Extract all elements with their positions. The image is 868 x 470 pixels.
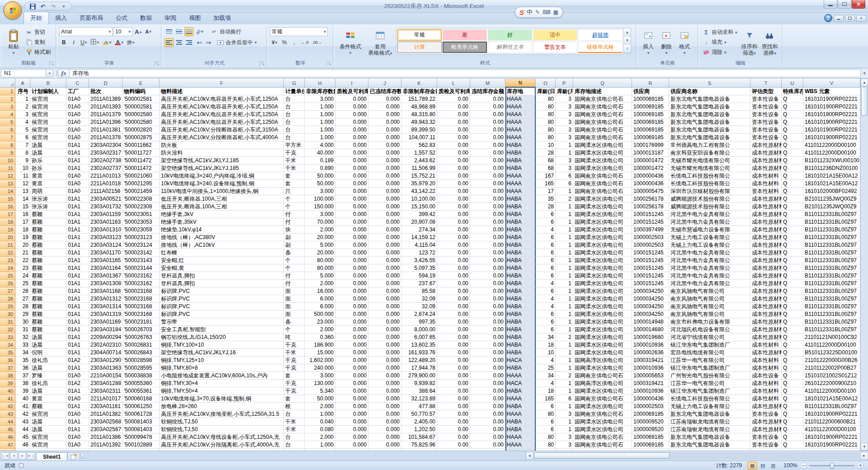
cell-T31[interactable]: 成本性原材料 <box>750 318 782 326</box>
cell-D45[interactable]: 2303A02567 <box>89 426 123 433</box>
cell-H15[interactable]: 100.000 <box>305 195 335 203</box>
cell-H8[interactable]: 4.000 <box>305 141 335 149</box>
cell-O36[interactable]: 4 <box>536 357 556 364</box>
cell-M12[interactable]: 0.00 <box>470 172 505 180</box>
cell-E47[interactable]: '500102889 <box>123 441 160 449</box>
cell-L42[interactable]: 0.00 <box>437 403 470 410</box>
cell-V6[interactable]: 1610101900RP02221 <box>803 126 860 134</box>
page-break-view-button[interactable]: ▥ <box>768 462 778 470</box>
cell-Q26[interactable]: 国网溧水区供电公司 <box>573 280 632 287</box>
cell-R13[interactable]: 1000000436 <box>632 180 669 188</box>
cell-S4[interactable]: 新东北电气集团电器设备 <box>669 111 750 118</box>
cell-T42[interactable]: 成本性原材料 <box>750 403 782 410</box>
cell-R38[interactable]: 1000005653 <box>632 372 669 380</box>
cell-K31[interactable]: 997.35 <box>401 318 437 326</box>
column-header-Q[interactable]: Q <box>573 79 632 88</box>
cell-Q12[interactable]: 国网南京供电公司石 <box>573 172 632 180</box>
cell-E11[interactable]: '500011472 <box>123 164 160 172</box>
cell-J18[interactable]: 0.000 <box>368 218 401 226</box>
row-header-34[interactable]: 34 <box>0 341 15 349</box>
cell-B2[interactable]: 侯宜润 <box>30 95 66 103</box>
cell-F39[interactable]: 铜排,TMY,30×4 <box>160 380 284 387</box>
cell-O30[interactable]: 6 <box>536 310 556 318</box>
cell-D18[interactable]: 2303A01163 <box>89 218 123 226</box>
cell-U3[interactable]: Q <box>782 103 803 111</box>
cell-E5[interactable]: '500002580 <box>123 118 160 126</box>
cell-U24[interactable]: Q <box>782 264 803 272</box>
cell-O24[interactable]: 6 <box>536 264 556 272</box>
cell-G13[interactable]: 套 <box>284 180 305 188</box>
cell-C20[interactable]: 01A1 <box>66 234 89 241</box>
ime-toolbox-icon[interactable]: ▦ <box>553 9 558 15</box>
cell-K32[interactable]: 8,000.00 <box>401 326 437 334</box>
cell-I30[interactable]: 0.000 <box>335 310 368 318</box>
cell-P26[interactable]: 1 <box>556 280 573 287</box>
column-header-G[interactable]: G <box>284 79 305 88</box>
cell-I29[interactable]: 0.000 <box>335 303 368 310</box>
cell-I22[interactable]: 0.000 <box>335 249 368 257</box>
cell-P45[interactable]: 1 <box>556 426 573 433</box>
cell-U40[interactable]: Q <box>782 387 803 395</box>
cell-I5[interactable]: 0.000 <box>335 118 368 126</box>
cell-V24[interactable]: B110112331BL00Z97 <box>803 264 860 272</box>
cell-P12[interactable]: 6 <box>556 172 573 180</box>
cell-T27[interactable]: 成本性原材料 <box>750 287 782 295</box>
cell-N39[interactable]: HACA <box>505 380 536 387</box>
cell-Q36[interactable]: 国网高淳区供电公司 <box>573 357 632 364</box>
cell-I17[interactable]: 0.000 <box>335 211 368 218</box>
cell-V9[interactable]: 41101122000D00100 <box>803 149 860 157</box>
cell-K44[interactable]: 2,405.00 <box>401 418 437 426</box>
cell-U41[interactable]: Q <box>782 395 803 403</box>
bold-button[interactable]: B <box>59 38 68 47</box>
cell-F5[interactable]: 高压开关柜,AC10kV,电抗器开关柜,小车式,1250A <box>160 118 284 126</box>
cell-D20[interactable]: 2303A03123 <box>89 234 123 241</box>
cell-R6[interactable]: 1000069185 <box>632 126 669 134</box>
gallery-more-button[interactable]: ≡ <box>624 45 631 53</box>
cell-O11[interactable]: 68 <box>536 164 556 172</box>
cell-H39[interactable]: 130.000 <box>305 380 335 387</box>
first-sheet-button[interactable]: ❘◄ <box>1 452 9 460</box>
cell-O23[interactable]: 6 <box>536 257 556 264</box>
cell-B33[interactable]: 汤晨 <box>30 334 66 341</box>
cell-V40[interactable]: 41101122000D00100 <box>803 387 860 395</box>
cell-K12[interactable]: 15,752.21 <box>401 172 437 180</box>
cell-M5[interactable]: 0.00 <box>470 118 505 126</box>
cell-N11[interactable]: HABA <box>505 164 536 172</box>
cell-E12[interactable]: '500021060 <box>123 172 160 180</box>
cell-Q15[interactable]: 国网溧水区供电公司 <box>573 195 632 203</box>
cell-V20[interactable]: B110112331BL00Z97 <box>803 234 860 241</box>
cell-Q47[interactable]: 国网南京供电公司石 <box>573 441 632 449</box>
cell-B24[interactable]: 蔡颖 <box>30 264 66 272</box>
percent-style-button[interactable]: % <box>280 38 289 47</box>
cell-C10[interactable]: 01A1 <box>66 157 89 164</box>
cell-M14[interactable]: 0.00 <box>470 188 505 195</box>
cell-R23[interactable]: 1000151245 <box>632 257 669 264</box>
cell-E45[interactable]: '500081403 <box>123 426 160 433</box>
cell-K3[interactable]: 48,968.89 <box>401 103 437 111</box>
cell-C33[interactable]: 01A1 <box>66 334 89 341</box>
cell-K26[interactable]: 237.67 <box>401 280 437 287</box>
cell-G23[interactable]: 个 <box>284 257 305 264</box>
cell-K19[interactable]: 274.34 <box>401 226 437 234</box>
cell-P11[interactable]: 3 <box>556 164 573 172</box>
cell-U17[interactable]: Q <box>782 211 803 218</box>
cell-V12[interactable]: 18101021A15E00A12 <box>803 172 860 180</box>
cell-J16[interactable]: 0.000 <box>368 203 401 211</box>
cell-Q27[interactable]: 国网溧水区供电公司 <box>573 287 632 295</box>
cell-J40[interactable]: 0.000 <box>368 387 401 395</box>
cell-Q46[interactable]: 国网南京供电公司石 <box>573 433 632 441</box>
cell-L6[interactable]: 0.00 <box>437 126 470 134</box>
cell-R10[interactable]: 1000001472 <box>632 157 669 164</box>
column-header-V[interactable]: V <box>803 79 860 88</box>
cell-C24[interactable]: 01A1 <box>66 264 89 272</box>
cell-G35[interactable]: 千米 <box>284 349 305 357</box>
format-painter-button[interactable]: 格式刷 <box>24 48 52 56</box>
cell-I32[interactable]: 0.000 <box>335 326 368 334</box>
gallery-scroll-up-button[interactable]: ▲ <box>624 28 631 37</box>
cell-D9[interactable]: 2303A02317 <box>89 149 123 157</box>
cell-M16[interactable]: 0.00 <box>470 203 505 211</box>
cell-V25[interactable]: B110112331BL00Z97 <box>803 272 860 280</box>
cell-T40[interactable]: 成本性材料 <box>750 387 782 395</box>
column-header-E[interactable]: E <box>123 79 160 88</box>
cell-H29[interactable]: 6.000 <box>305 303 335 310</box>
